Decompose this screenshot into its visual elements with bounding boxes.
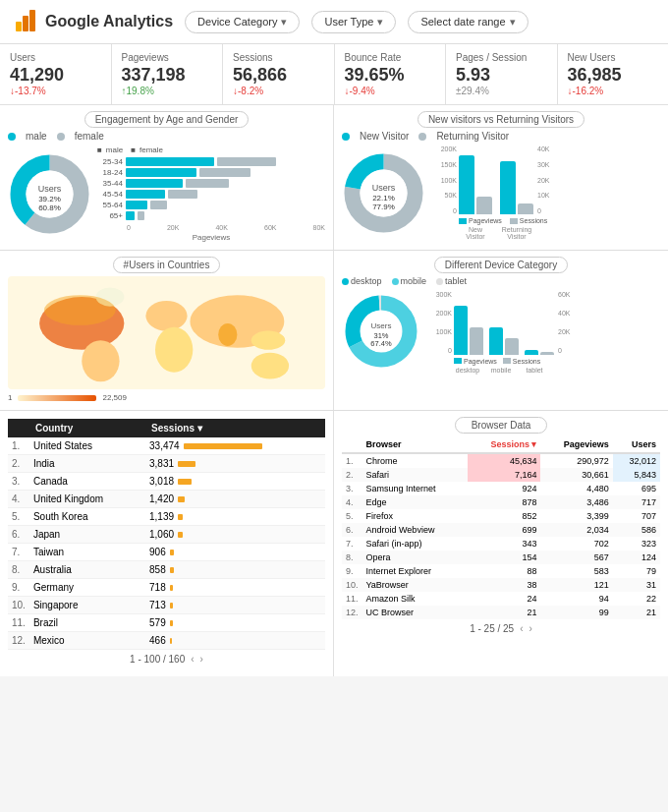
svg-text:60.8%: 60.8% [38, 203, 61, 212]
browser-col-header: Browser [362, 436, 468, 453]
metric-pageviews: Pageviews 337,198 ↑19.8% [112, 44, 224, 104]
country-row: 5. South Korea 1,139 [8, 508, 325, 526]
sessions-header: Sessions ▾ [145, 419, 325, 437]
bounce-change: ↓-9.4% [345, 86, 436, 96]
returning-visitor-label: Returning Visitor [436, 131, 509, 142]
device-category-filter[interactable]: Device Category [185, 11, 300, 33]
browser-row: 10. YaBrowser 38 121 31 [342, 578, 660, 592]
pps-change: ±29.4% [456, 86, 547, 96]
pageviews-value: 337,198 [122, 65, 213, 86]
country-pagination: 1 - 100 / 160 ‹ › [8, 650, 325, 668]
male-bar-label: ■ [97, 145, 102, 154]
browser-row: 9. Internet Explorer 88 583 79 [342, 564, 660, 578]
pageviews-xlabel: Pageviews [97, 233, 325, 242]
browser-table: Browser Sessions ▾ Pageviews Users 1. Ch… [342, 436, 660, 619]
hbar-45-54: 45-54 [97, 190, 325, 199]
pageviews-col-header: Pageviews [540, 436, 612, 453]
age-gender-panel: Engagement by Age and Gender male female… [0, 105, 334, 250]
device-y-right: 60K40K20K0 [556, 291, 580, 355]
country-next-page[interactable]: › [200, 654, 203, 665]
new-visitor-dot [342, 133, 350, 141]
svg-rect-0 [16, 22, 22, 31]
country-row: 4. United Kingdom 1,420 [8, 491, 325, 508]
new-visitor-label: New Visitor [360, 131, 409, 142]
browser-row: 1. Chrome 45,634 290,972 32,012 [342, 453, 660, 468]
female-legend-dot [57, 133, 65, 141]
map-legend: 1 22,509 [8, 393, 325, 402]
svg-text:Users: Users [371, 321, 392, 330]
country-prev-page[interactable]: ‹ [191, 654, 194, 665]
svg-text:67.4%: 67.4% [370, 339, 392, 348]
country-row: 2. India 3,831 [8, 455, 325, 473]
new-users-label: New Users [568, 52, 659, 63]
pps-label: Pages / Session [456, 52, 547, 63]
browser-row: 8. Opera 154 567 124 [342, 551, 660, 564]
device-bar-chart: 300K200K100K0 [424, 291, 660, 374]
bounce-value: 39.65% [345, 65, 436, 86]
browser-prev-page[interactable]: ‹ [520, 623, 523, 634]
device-legend: desktop mobile tablet [342, 276, 660, 286]
browser-row: 12. UC Browser 21 99 21 [342, 606, 660, 619]
logo-text: Google Analytics [45, 13, 173, 30]
logo: Google Analytics [12, 8, 173, 35]
visitors-y-left: 200K150K100K50K0 [429, 145, 457, 214]
svg-text:22.1%: 22.1% [372, 194, 395, 203]
map-legend-max: 22,509 [102, 393, 126, 402]
svg-point-17 [145, 301, 187, 331]
svg-text:Users: Users [38, 184, 62, 194]
browser-row: 2. Safari 7,164 30,661 5,843 [342, 468, 660, 482]
svg-point-16 [82, 340, 119, 381]
browser-row: 6. Android Webview 699 2,034 586 [342, 523, 660, 537]
svg-point-18 [155, 327, 193, 373]
date-range-filter[interactable]: Select date range [408, 11, 528, 33]
browser-section: Browser Data Browser Sessions ▾ Pageview… [334, 411, 668, 676]
svg-point-22 [251, 353, 289, 379]
user-type-filter[interactable]: User Type [311, 11, 396, 33]
device-y-left: 300K200K100K0 [424, 291, 452, 355]
svg-rect-2 [29, 10, 35, 31]
country-row: 1. United States 33,474 [8, 437, 325, 455]
pageviews-change: ↑19.8% [122, 86, 213, 96]
country-row: 6. Japan 1,060 [8, 526, 325, 544]
browser-next-page[interactable]: › [529, 623, 532, 634]
metric-pages-session: Pages / Session 5.93 ±29.4% [446, 44, 558, 104]
sessions-value: 56,866 [233, 65, 324, 86]
country-page-info: 1 - 100 / 160 [130, 654, 185, 665]
ga-logo-icon [12, 8, 39, 35]
country-row: 9. Germany 718 [8, 579, 325, 597]
svg-point-24 [44, 295, 116, 325]
pps-value: 5.93 [456, 65, 547, 86]
map-legend-min: 1 [8, 393, 12, 402]
country-row: 7. Taiwan 906 [8, 544, 325, 561]
visitors-bar-legend: Pageviews Sessions [429, 217, 660, 224]
new-users-value: 36,985 [568, 65, 659, 86]
device-panel: Different Device Category desktop mobile… [334, 251, 668, 410]
svg-rect-1 [23, 16, 28, 31]
country-row: 10. Singapore 713 [8, 597, 325, 614]
country-row: 8. Australia 858 [8, 561, 325, 579]
country-row: 3. Canada 3,018 [8, 473, 325, 491]
device-donut: Users 31% 67.4% [342, 290, 420, 374]
age-gender-bars: ■male ■female 25-34 18-24 [97, 145, 325, 242]
age-gender-title: Engagement by Age and Gender [84, 111, 250, 128]
hbar-35-44: 35-44 [97, 179, 325, 188]
age-gender-donut: Users 39.2% 60.8% [8, 152, 91, 236]
visitors-bar-chart: 200K150K100K50K0 [429, 145, 660, 240]
metric-sessions: Sessions 56,866 ↓-8.2% [223, 44, 335, 104]
hbar-55-64: 55-64 [97, 201, 325, 209]
metric-users: Users 41,290 ↓-13.7% [0, 44, 112, 104]
hbar-65plus: 65+ [97, 211, 325, 220]
age-gender-legend: male female [8, 131, 325, 142]
users-label: Users [10, 52, 101, 63]
svg-text:39.2%: 39.2% [38, 195, 61, 203]
hbar-25-34: 25-34 [97, 157, 325, 166]
device-x-labels: desktop mobile tablet [424, 367, 660, 374]
browser-pagination: 1 - 25 / 25 ‹ › [342, 619, 660, 638]
users-col-header: Users [613, 436, 660, 453]
browser-page-info: 1 - 25 / 25 [470, 623, 514, 634]
browser-row: 4. Edge 878 3,486 717 [342, 495, 660, 509]
hbar-18-24: 18-24 [97, 168, 325, 177]
device-title: Different Device Category [434, 257, 568, 273]
returning-visitor-dot [418, 133, 426, 141]
browser-title: Browser Data [455, 417, 548, 434]
